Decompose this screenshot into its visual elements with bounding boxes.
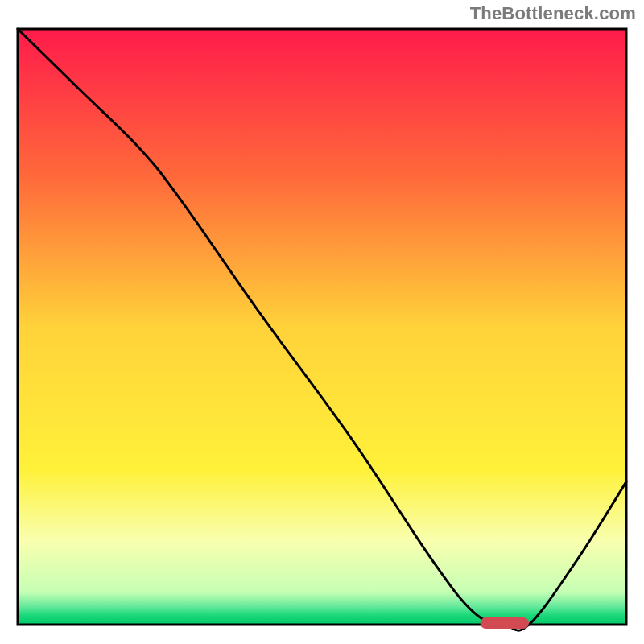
chart-stage: TheBottleneck.com xyxy=(0,0,644,644)
chart-svg xyxy=(0,0,644,644)
axis-minimum-marker xyxy=(481,617,529,629)
